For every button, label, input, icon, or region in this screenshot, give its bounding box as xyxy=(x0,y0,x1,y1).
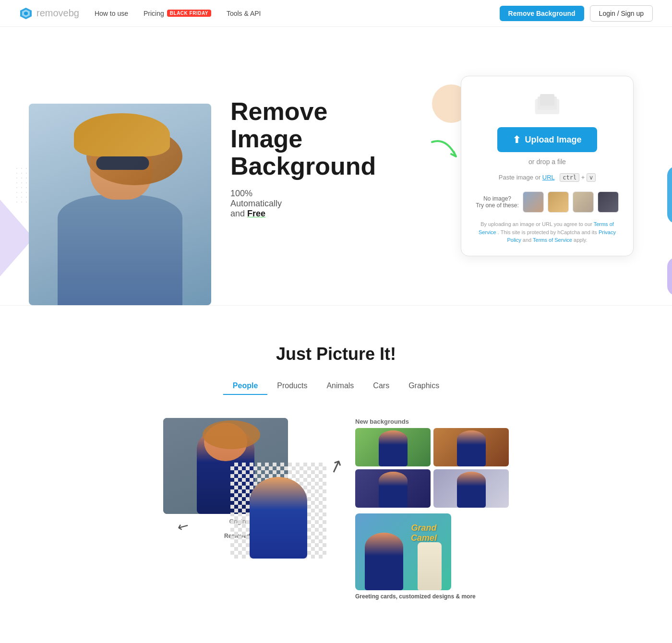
sample-thumb-1[interactable] xyxy=(523,191,544,213)
demo-greeting-image: GrandCamel xyxy=(355,513,451,590)
login-signup-button[interactable]: Login / Sign up xyxy=(590,5,653,22)
deco-arrow-icon xyxy=(427,132,466,171)
tab-graphics[interactable]: Graphics xyxy=(399,378,449,395)
kbd-v: v xyxy=(587,173,596,182)
upload-paste-text: Paste image or URL ctrl + v xyxy=(475,173,620,182)
url-link[interactable]: URL xyxy=(542,174,555,181)
hero-subtitle: 100% Automatically and Free xyxy=(230,189,298,219)
tab-products[interactable]: Products xyxy=(267,378,317,395)
black-friday-badge: BLACK FRIDAY xyxy=(167,10,211,17)
remove-background-button[interactable]: Remove Background xyxy=(500,6,584,21)
hero-title: Remove Image Background xyxy=(230,98,298,180)
sample-thumb-3[interactable] xyxy=(573,191,594,213)
upload-section: ⬆ Upload Image or drop a file Paste imag… xyxy=(461,76,634,256)
sample-label: No image? Try one of these: xyxy=(476,195,519,209)
sample-thumb-4[interactable] xyxy=(598,191,619,213)
demo-removed-image xyxy=(230,463,326,559)
demo-greeting-section: GrandCamel Greeting cards, customized de… xyxy=(355,513,509,600)
terms-link-2[interactable]: Terms of Service xyxy=(533,237,572,243)
demo-new-bg-label: New backgrounds xyxy=(355,418,509,425)
upload-image-button[interactable]: ⬆ Upload Image xyxy=(497,127,597,152)
sample-thumb-2[interactable] xyxy=(548,191,569,213)
demo-left: Original ↙ Removed background xyxy=(163,418,317,539)
demo-card-2 xyxy=(433,428,509,466)
nav-left: removebg How to use Pricing BLACK FRIDAY… xyxy=(19,7,261,20)
demo-card-3 xyxy=(355,469,431,508)
sample-images-section: No image? Try one of these: xyxy=(475,191,620,213)
demo-new-bg-grid xyxy=(355,428,509,508)
demo-greeting-label: Greeting cards, customized designs & mor… xyxy=(355,593,509,600)
nav-pricing[interactable]: Pricing BLACK FRIDAY xyxy=(144,10,211,17)
deco-blob-right-bottom xyxy=(667,257,672,296)
deco-blob-right xyxy=(667,166,672,224)
upload-or-text: or drop a file xyxy=(475,158,620,166)
upload-card: ⬆ Upload Image or drop a file Paste imag… xyxy=(461,76,634,256)
demo-person-removed xyxy=(250,477,307,559)
kbd-ctrl: ctrl xyxy=(560,173,579,182)
kbd-plus: + xyxy=(581,174,585,181)
upload-placeholder-icon xyxy=(475,92,620,118)
hero-section: Remove Image Background 100% Automatical… xyxy=(0,27,672,305)
tab-animals[interactable]: Animals xyxy=(317,378,363,395)
demo-card-4 xyxy=(433,469,509,508)
category-tabs: People Products Animals Cars Graphics xyxy=(19,378,653,395)
deco-arrow-wrap xyxy=(427,132,466,173)
hero-left: Remove Image Background 100% Automatical… xyxy=(48,98,298,235)
terms-text: By uploading an image or URL you agree t… xyxy=(475,220,620,244)
svg-rect-5 xyxy=(540,94,554,106)
just-picture-it-section: Just Picture It! People Products Animals… xyxy=(0,306,672,629)
logo-icon xyxy=(19,7,33,20)
nav-tools-api[interactable]: Tools & API xyxy=(227,10,261,17)
demo-section: Original ↙ Removed background ↗ New back… xyxy=(120,418,552,600)
demo-card-1 xyxy=(355,428,431,466)
demo-right-arrow-icon: ↗ xyxy=(326,454,347,478)
demo-right: New backgrounds xyxy=(355,418,509,600)
upload-arrow-icon: ⬆ xyxy=(513,134,521,145)
logo-text: removebg xyxy=(36,8,79,19)
navbar: removebg How to use Pricing BLACK FRIDAY… xyxy=(0,0,672,27)
tab-cars[interactable]: Cars xyxy=(363,378,399,395)
tab-people[interactable]: People xyxy=(223,378,267,395)
nav-right: Remove Background Login / Sign up xyxy=(500,5,653,22)
demo-removed-wrap: ↙ Removed background xyxy=(192,533,317,539)
greeting-text: GrandCamel xyxy=(411,523,437,543)
section2-title: Just Picture It! xyxy=(19,344,653,364)
nav-how-to-use[interactable]: How to use xyxy=(95,10,128,17)
logo[interactable]: removebg xyxy=(19,7,79,20)
